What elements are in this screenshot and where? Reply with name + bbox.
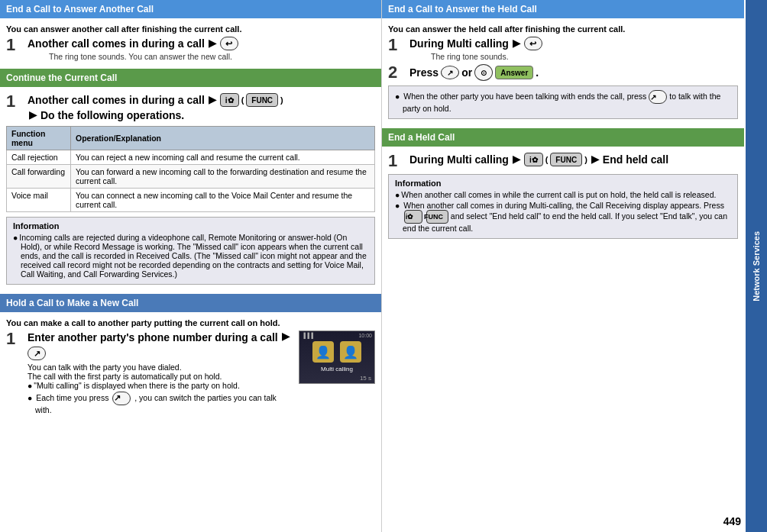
func-label-key-3: FUNC — [426, 210, 448, 224]
arrow-icon: ▶ — [209, 37, 216, 50]
paren-close: ) — [280, 95, 283, 105]
section-header-end-held: End a Held Call — [382, 128, 744, 147]
hold-step-row: 1 Enter another party's phone number dur… — [6, 330, 375, 416]
phone-screen-image: ▐▐▐ 10:00 👤 👤 Multi — [299, 330, 375, 384]
table-row: Call forwarding You can forward a new in… — [7, 164, 375, 188]
arrow-icon-2: ▶ — [209, 94, 216, 107]
info-box-title-1: Information — [13, 221, 368, 231]
person-icon-2: 👤 — [343, 345, 358, 360]
talk-key: ↗ — [649, 90, 667, 104]
phone-screen: ▐▐▐ 10:00 👤 👤 Multi — [299, 331, 374, 383]
step-continue-text: Another call comes in during a call ▶ i✿… — [28, 93, 283, 107]
signal-icon: ▐▐▐ — [302, 333, 313, 338]
section-continue-content: 1 Another call comes in during a call ▶ … — [0, 90, 381, 293]
phone-status-bar: ▐▐▐ 10:00 — [299, 333, 374, 338]
section-end-held-content: 1 During Multi calling ▶ i✿ ( FUNC ) ▶ E… — [382, 150, 744, 248]
page-number: 449 — [723, 515, 741, 527]
answer-held-step-content: During Multi calling ▶ ↩ The ring tone s… — [409, 37, 542, 61]
end-held-step1: 1 During Multi calling ▶ i✿ ( FUNC ) ▶ E… — [388, 153, 738, 169]
answer-held-step2-num: 2 — [388, 64, 405, 81]
answer-held-step1: 1 During Multi calling ▶ ↩ The ring tone… — [388, 37, 738, 61]
paren-open-2: ( — [545, 154, 549, 165]
func-voice-mail-desc: You can connect a new incoming call to t… — [70, 188, 374, 211]
time-display: 10:00 — [358, 333, 372, 338]
hold-step-num: 1 — [6, 330, 23, 347]
col-header-function: Function menu — [7, 126, 71, 150]
answer-held-step2-content: Press ↗ or ⊙ Answer . — [409, 64, 539, 81]
arrow-icon-6: ▶ — [513, 153, 520, 166]
section-end-held-call: End a Held Call 1 During Multi calling ▶… — [382, 128, 744, 248]
call-timer: 15 s — [360, 375, 371, 382]
hold-bullet2: Each time you press ↗ , you can switch t… — [28, 392, 293, 414]
answer-held-info: When the other party you have been talki… — [388, 85, 738, 119]
step-continue-content: Another call comes in during a call ▶ i✿… — [28, 93, 283, 122]
paren-open: ( — [241, 95, 244, 105]
step-1-content: Another call comes in during a call ▶ ↩ … — [28, 37, 238, 61]
step-1-text: Another call comes in during a call ▶ ↩ — [28, 37, 238, 50]
left-panel: End a Call to Answer Another Call You ca… — [0, 0, 382, 532]
end-held-info: Information When another call comes in w… — [388, 174, 738, 239]
step-continue-text2: ▶ Do the following operations. — [28, 108, 283, 122]
answer-key: Answer — [495, 66, 533, 79]
end-held-step-content: During Multi calling ▶ i✿ ( FUNC ) ▶ End… — [409, 153, 668, 166]
answer-held-bullet: When the other party you have been talki… — [395, 90, 731, 113]
hold-desc2: The call with the first party is automat… — [28, 372, 293, 381]
end-call-key-2: ↩ — [524, 37, 542, 50]
func-key-1: i✿ — [220, 93, 239, 107]
hold-bullet1: "Multi calling" is displayed when there … — [28, 381, 293, 390]
right-panel: End a Call to Answer the Held Call You c… — [382, 0, 767, 532]
network-services-sidebar: Network Services — [746, 0, 767, 532]
section-continue-call: Continue the Current Call 1 Another call… — [0, 69, 381, 293]
info-bullet-r2: When another call comes in during Multi-… — [395, 201, 731, 233]
section-answer-held: End a Call to Answer the Held Call You c… — [382, 0, 744, 128]
caller-icon-1: 👤 — [312, 341, 334, 363]
step-continue-row: 1 Another call comes in during a call ▶ … — [6, 93, 375, 122]
section-header-continue: Continue the Current Call — [0, 69, 381, 87]
func-key-3: i✿ — [404, 210, 422, 224]
center-key: ⊙ — [474, 64, 493, 81]
func-call-forwarding: Call forwarding — [7, 164, 71, 188]
step-1-row: 1 Another call comes in during a call ▶ … — [6, 37, 375, 61]
section-header-answer-held: End a Call to Answer the Held Call — [382, 0, 744, 18]
section-end-call: End a Call to Answer Another Call You ca… — [0, 0, 381, 69]
arrow-icon-7: ▶ — [591, 153, 599, 166]
func-label-key-2: FUNC — [550, 153, 582, 166]
phone-call-icons: 👤 👤 — [312, 341, 361, 363]
multi-calling-label: Multi calling — [321, 366, 353, 372]
step-num-1: 1 — [6, 37, 23, 53]
info-box-1: Information Incoming calls are rejected … — [6, 217, 375, 285]
person-icon-1: 👤 — [316, 345, 331, 360]
col-header-operation: Operation/Explanation — [70, 126, 374, 150]
end-held-step-num: 1 — [388, 153, 405, 169]
table-row: Voice mail You can connect a new incomin… — [7, 188, 375, 211]
func-call-rejection: Call rejection — [7, 150, 71, 164]
section-hold-content: You can make a call to another party put… — [0, 315, 381, 422]
caller-icon-2: 👤 — [340, 341, 361, 363]
answer-held-intro: You can answer the held call after finis… — [388, 24, 738, 34]
section-end-call-content: You can answer another call after finish… — [0, 21, 381, 69]
func-key-2: i✿ — [524, 153, 543, 166]
switch-key: ↗ — [112, 392, 131, 405]
func-table-section: Function menu Operation/Explanation Call… — [6, 126, 375, 212]
section-header-end-call: End a Call to Answer Another Call — [0, 0, 381, 18]
network-services-label: Network Services — [752, 231, 761, 301]
arrow-icon-3: ▶ — [29, 109, 37, 122]
func-table: Function menu Operation/Explanation Call… — [6, 126, 375, 212]
info-bullet-r1: When another call comes in while the cur… — [395, 190, 731, 199]
during-multi-calling-text: During Multi calling ▶ ↩ — [409, 37, 542, 50]
ring-tone-desc: The ring tone sounds. — [431, 52, 542, 61]
func-label-key: FUNC — [246, 93, 278, 107]
end-call-key: ↩ — [220, 37, 238, 50]
press-or-text: Press ↗ or ⊙ Answer . — [409, 64, 539, 81]
table-row: Call rejection You can reject a new inco… — [7, 150, 375, 164]
section-intro: You can answer another call after finish… — [6, 24, 375, 34]
info-bullet-1: Incoming calls are rejected during a vid… — [13, 233, 368, 279]
hold-intro: You can make a call to another party put… — [6, 318, 375, 327]
call-key-2: ↗ — [441, 66, 459, 79]
answer-held-step2: 2 Press ↗ or ⊙ Answer . — [388, 64, 738, 81]
section-header-hold: Hold a Call to Make a New Call — [0, 294, 381, 312]
hold-bullets: "Multi calling" is displayed when there … — [28, 381, 293, 414]
arrow-icon-5: ▶ — [513, 37, 520, 50]
end-held-text: During Multi calling ▶ i✿ ( FUNC ) ▶ End… — [409, 153, 668, 166]
end-held-info-title: Information — [395, 179, 731, 188]
